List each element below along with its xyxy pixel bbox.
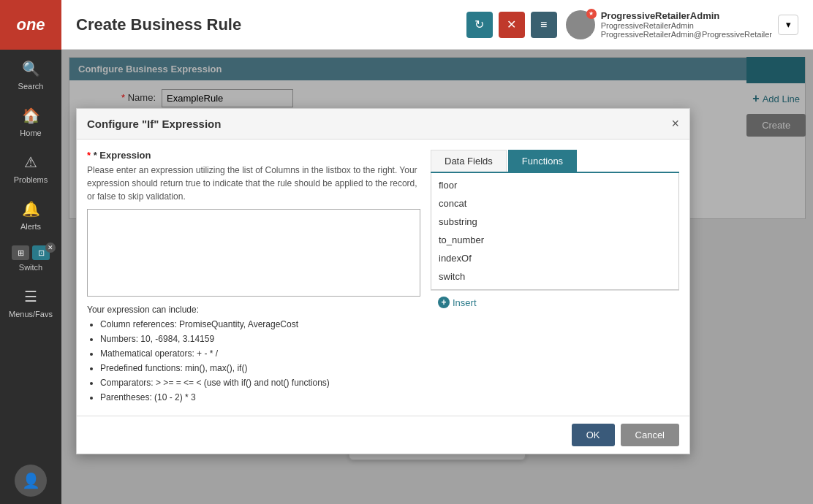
- sidebar: one 🔍 Search 🏠 Home ⚠ Problems 🔔 Alerts …: [0, 0, 61, 504]
- ok-button[interactable]: OK: [572, 424, 615, 446]
- modal-close-button[interactable]: ×: [671, 116, 679, 131]
- page-title: Create Business Rule: [76, 15, 466, 34]
- tabs: Data Fields Functions: [431, 150, 679, 173]
- modal-header: Configure "If" Expression ×: [77, 109, 689, 140]
- expression-label: * * Expression: [87, 150, 420, 161]
- page-body: Configure Business Expression * Name: * …: [61, 50, 813, 504]
- modal-body: * * Expression Please enter an expressio…: [77, 140, 689, 416]
- functions-list[interactable]: floor concat substring to_number indexOf…: [431, 173, 678, 289]
- sidebar-item-label: Problems: [14, 175, 48, 184]
- function-item-switch[interactable]: switch: [431, 267, 678, 286]
- tab-functions[interactable]: Functions: [508, 150, 577, 172]
- expression-textarea[interactable]: [87, 209, 420, 297]
- bullet-2: Mathematical operators: + - * /: [100, 347, 420, 360]
- if-expression-modal: Configure "If" Expression × * * Expressi…: [76, 108, 690, 454]
- modal-overlay: Configure "If" Expression × * * Expressi…: [61, 50, 813, 504]
- modal-left: * * Expression Please enter an expressio…: [87, 150, 420, 405]
- insert-plus-icon: +: [438, 297, 450, 308]
- bullet-5: Parentheses: (10 - 2) * 3: [100, 391, 420, 404]
- expression-info: Your expression can include: Column refe…: [87, 305, 420, 404]
- tab-data-fields[interactable]: Data Fields: [431, 150, 507, 172]
- app-logo[interactable]: one: [0, 0, 61, 50]
- cancel-button[interactable]: Cancel: [621, 424, 679, 446]
- user-badge: [586, 9, 597, 19]
- bell-icon: 🔔: [20, 199, 41, 219]
- sidebar-item-search[interactable]: 🔍 Search: [0, 50, 61, 96]
- refresh-button[interactable]: ↻: [466, 12, 493, 38]
- warning-icon: ⚠: [20, 152, 41, 172]
- switch-icons: ⊞ ⊡: [12, 245, 50, 260]
- bullet-4: Comparators: > >= = <= < (use with if() …: [100, 376, 420, 389]
- insert-label: Insert: [453, 297, 477, 308]
- sidebar-item-label: Switch: [19, 263, 42, 272]
- menu-icon: ☰: [20, 286, 41, 307]
- expression-desc: Please enter an expression utilizing the…: [87, 164, 420, 203]
- sidebar-item-home[interactable]: 🏠 Home: [0, 96, 61, 143]
- sidebar-item-switch[interactable]: ⊞ ⊡ ✕ Switch: [0, 237, 61, 278]
- close-button[interactable]: ✕: [499, 12, 525, 38]
- switch-icon-left: ⊞: [12, 245, 29, 260]
- function-item-to_number[interactable]: to_number: [431, 231, 678, 249]
- user-avatar[interactable]: 👤: [15, 465, 47, 497]
- bullet-0: Column references: PromiseQuantity, Aver…: [100, 318, 420, 331]
- user-avatar-header: [566, 10, 595, 39]
- switch-close-icon[interactable]: ✕: [45, 243, 56, 253]
- sidebar-item-label: Alerts: [20, 222, 41, 231]
- bullet-1: Numbers: 10, -6984, 3.14159: [100, 332, 420, 345]
- user-dropdown-button[interactable]: ▾: [778, 15, 798, 35]
- sidebar-item-label: Search: [18, 82, 44, 91]
- function-item-indexOf[interactable]: indexOf: [431, 249, 678, 267]
- sidebar-item-label: Menus/Favs: [9, 310, 53, 318]
- home-icon: 🏠: [20, 105, 41, 126]
- sidebar-item-menus[interactable]: ☰ Menus/Favs: [0, 278, 61, 324]
- expression-info-title: Your expression can include:: [87, 305, 420, 315]
- function-item-concat[interactable]: concat: [431, 194, 678, 213]
- header: Create Business Rule ↻ ✕ ≡ ProgressiveRe…: [61, 0, 813, 50]
- functions-list-container: floor concat substring to_number indexOf…: [431, 173, 679, 290]
- sidebar-item-alerts[interactable]: 🔔 Alerts: [0, 190, 61, 237]
- function-item-floor[interactable]: floor: [431, 176, 678, 194]
- expression-bullets: Column references: PromiseQuantity, Aver…: [87, 318, 420, 404]
- modal-right: Data Fields Functions floor concat subst…: [431, 150, 679, 405]
- header-user: ProgressiveRetailerAdmin ProgressiveReta…: [566, 10, 798, 39]
- sidebar-bottom: 👤: [15, 465, 47, 497]
- user-role: ProgressiveRetailerAdmin: [601, 21, 772, 30]
- function-item-substring[interactable]: substring: [431, 213, 678, 231]
- user-email: ProgressiveRetailerAdmin@ProgressiveReta…: [601, 30, 772, 39]
- bullet-3: Predefined functions: min(), max(), if(): [100, 362, 420, 375]
- header-actions: ↻ ✕ ≡: [466, 12, 557, 38]
- user-name: ProgressiveRetailerAdmin: [601, 10, 772, 21]
- main-content: Create Business Rule ↻ ✕ ≡ ProgressiveRe…: [61, 0, 813, 504]
- insert-button[interactable]: + Insert: [438, 297, 477, 308]
- search-icon: 🔍: [20, 58, 41, 79]
- menu-button[interactable]: ≡: [531, 12, 557, 38]
- user-info: ProgressiveRetailerAdmin ProgressiveReta…: [601, 10, 772, 39]
- sidebar-item-problems[interactable]: ⚠ Problems: [0, 143, 61, 190]
- insert-row: + Insert: [431, 290, 679, 314]
- sidebar-item-label: Home: [20, 129, 41, 137]
- modal-footer: OK Cancel: [77, 416, 689, 454]
- modal-title: Configure "If" Expression: [87, 118, 221, 130]
